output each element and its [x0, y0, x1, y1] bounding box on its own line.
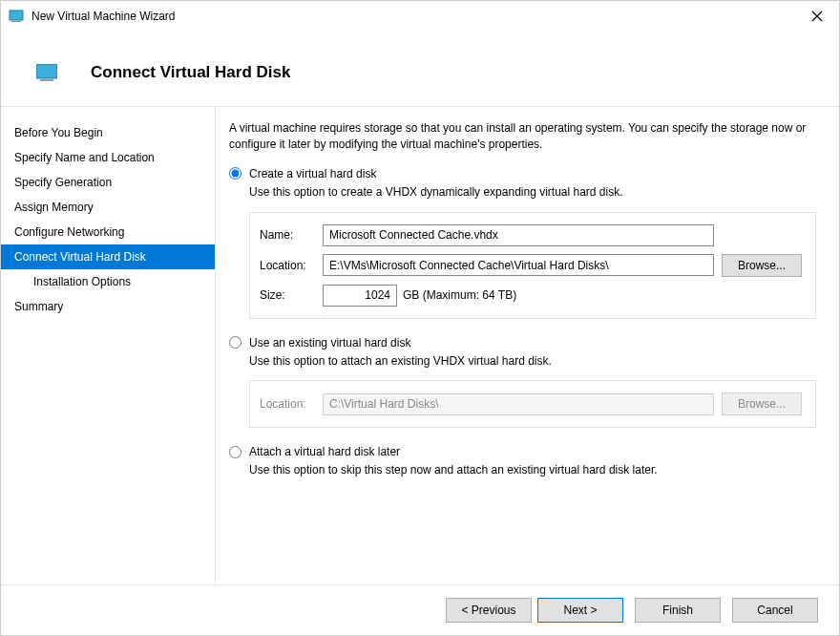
browse-button[interactable]: Browse... [722, 254, 802, 277]
window-title: New Virtual Machine Wizard [32, 10, 795, 23]
app-icon [9, 9, 24, 24]
svg-rect-1 [11, 21, 21, 22]
step-connect-virtual-hard-disk[interactable]: Connect Virtual Hard Disk [1, 244, 215, 269]
wizard-content: A virtual machine requires storage so th… [216, 107, 839, 584]
svg-rect-0 [10, 11, 23, 20]
location-input[interactable] [323, 254, 714, 276]
option-later-label: Attach a virtual hard disk later [249, 445, 400, 458]
intro-text: A virtual machine requires storage so th… [229, 120, 816, 154]
option-create-radio[interactable] [229, 167, 242, 180]
wizard-footer: < Previous Next > Finish Cancel [1, 585, 839, 635]
name-label: Name: [260, 228, 323, 242]
step-specify-generation[interactable]: Specify Generation [1, 170, 215, 195]
step-summary[interactable]: Summary [1, 294, 215, 319]
nav-group: < Previous Next > [446, 598, 623, 623]
step-specify-name-location[interactable]: Specify Name and Location [1, 145, 215, 170]
svg-rect-2 [36, 64, 57, 78]
finish-button[interactable]: Finish [635, 598, 721, 623]
step-before-you-begin[interactable]: Before You Begin [1, 120, 215, 145]
option-later-hint: Use this option to skip this step now an… [249, 462, 816, 478]
existing-fields: Location: Browse... [249, 380, 816, 428]
option-create-label: Create a virtual hard disk [249, 167, 376, 180]
option-create-hint: Use this option to create a VHDX dynamic… [249, 184, 816, 201]
location-label: Location: [260, 259, 323, 272]
existing-location-input [323, 393, 714, 415]
option-later-row: Attach a virtual hard disk later [229, 445, 816, 458]
cancel-button[interactable]: Cancel [732, 598, 818, 623]
option-existing-row: Use an existing virtual hard disk [229, 336, 816, 350]
header-icon [30, 58, 64, 87]
step-installation-options[interactable]: Installation Options [1, 269, 215, 294]
wizard-header: Connect Virtual Hard Disk [1, 32, 839, 106]
step-configure-networking[interactable]: Configure Networking [1, 220, 215, 244]
name-input[interactable] [323, 224, 714, 246]
svg-rect-3 [40, 79, 53, 81]
option-existing-radio[interactable] [229, 336, 242, 349]
existing-browse-button: Browse... [722, 392, 802, 415]
step-assign-memory[interactable]: Assign Memory [1, 195, 215, 220]
page-title: Connect Virtual Hard Disk [91, 63, 290, 82]
option-existing-label: Use an existing virtual hard disk [249, 336, 410, 350]
size-input[interactable] [323, 285, 397, 307]
size-suffix: GB (Maximum: 64 TB) [403, 288, 516, 302]
previous-button[interactable]: < Previous [446, 598, 532, 623]
create-fields: Name: Location: Browse... Size: GB (Maxi… [249, 212, 816, 319]
option-later-radio[interactable] [229, 446, 242, 458]
close-button[interactable] [795, 1, 839, 32]
size-label: Size: [260, 288, 323, 302]
titlebar: New Virtual Machine Wizard [1, 1, 839, 32]
wizard-steps-sidebar: Before You Begin Specify Name and Locati… [1, 107, 216, 584]
option-create-row: Create a virtual hard disk [229, 167, 816, 180]
next-button[interactable]: Next > [537, 598, 623, 623]
existing-location-label: Location: [260, 397, 323, 411]
option-existing-hint: Use this option to attach an existing VH… [249, 353, 816, 370]
wizard-body: Before You Begin Specify Name and Locati… [1, 106, 839, 585]
